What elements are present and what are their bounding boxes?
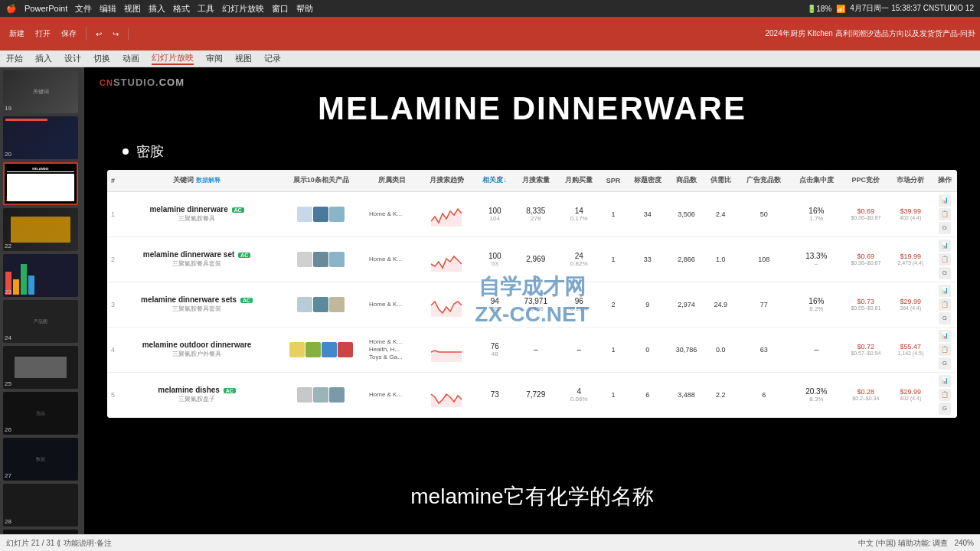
action-google-icon[interactable]: G	[939, 267, 951, 279]
action-chart-icon[interactable]: 📊	[939, 285, 951, 297]
status-zoom: 240%	[954, 539, 974, 547]
action-google-icon[interactable]: G	[939, 312, 951, 324]
cell-products: 2,974	[669, 282, 704, 327]
slide-thumb-25[interactable]: 25	[3, 346, 78, 389]
slide-thumb-28[interactable]: 28	[3, 484, 78, 527]
ribbon-view[interactable]: 视图	[235, 53, 252, 64]
cell-relevance: 100 104	[475, 191, 514, 236]
col-spr: SPR	[600, 170, 626, 191]
menu-tools[interactable]: 工具	[198, 3, 214, 15]
slide-thumb-22[interactable]: 22	[3, 208, 78, 251]
data-table: # 关键词 数据解释 展示10条相关产品 所属类目 月搜索趋势 相关度↓ 月搜索…	[107, 170, 957, 418]
cell-action[interactable]: 📊 📋 G	[933, 327, 957, 372]
col-category: 所属类目	[367, 170, 418, 191]
slide-canvas: CNSTUDIO.COM MELAMINE DINNERWARE 密胺 # 关键…	[84, 67, 980, 534]
status-slide-info: 幻灯片 21 / 31 ⟪ 功能说明·备注	[6, 538, 112, 549]
slide-thumb-27[interactable]: 数据 27	[3, 438, 78, 481]
action-copy-icon[interactable]: 📋	[939, 344, 951, 356]
slide-thumb-23[interactable]: 23	[3, 254, 78, 297]
cell-action[interactable]: 📊 📋 G	[933, 191, 957, 236]
cell-category: Home & K...	[367, 282, 418, 327]
toolbar-new[interactable]: 新建	[5, 27, 29, 41]
menu-slideshow[interactable]: 幻灯片放映	[222, 3, 264, 15]
cell-relevance: 100 63	[475, 236, 514, 282]
table-row: 2 melamine dinnerware set AC 三聚氰胺餐具套装 Ho…	[107, 236, 957, 282]
menu-help[interactable]: 帮助	[296, 3, 313, 15]
menu-format[interactable]: 格式	[173, 3, 190, 15]
cell-num: 2	[107, 236, 119, 282]
action-google-icon[interactable]: G	[939, 403, 951, 415]
slide-thumb-26[interactable]: 选品 26	[3, 392, 78, 435]
slide-thumb-19[interactable]: 关键词 19	[3, 70, 78, 113]
col-relevance[interactable]: 相关度↓	[475, 170, 514, 191]
cell-title-density: 9	[626, 282, 669, 327]
cell-spr: 1	[600, 372, 626, 417]
cell-action[interactable]: 📊 📋 G	[933, 372, 957, 417]
cell-ppc: $0.69 $0.36–$0.87	[843, 191, 889, 236]
slide-thumb-21[interactable]: MELAMINE 21	[3, 162, 78, 205]
ribbon-slideshow[interactable]: 幻灯片放映	[152, 52, 194, 65]
action-google-icon[interactable]: G	[939, 222, 951, 234]
ribbon-record[interactable]: 记录	[264, 53, 281, 64]
toolbar-undo[interactable]: ↩	[91, 28, 106, 40]
slide-thumb-24[interactable]: 产品图 24	[3, 300, 78, 343]
cell-ppc: $0.72 $0.57–$0.94	[843, 327, 889, 372]
toolbar-redo[interactable]: ↪	[108, 28, 123, 40]
cell-action[interactable]: 📊 📋 G	[933, 282, 957, 327]
col-monthly-search: 月搜索量	[514, 170, 557, 191]
slide-thumb-29[interactable]: 酒品 29	[3, 530, 78, 534]
ribbon-insert[interactable]: 插入	[35, 53, 52, 64]
table-row: 5 melamine dishes AC 三聚氰胺盘子 Home & K... …	[107, 372, 957, 417]
ribbon-review[interactable]: 审阅	[206, 53, 223, 64]
action-google-icon[interactable]: G	[939, 357, 951, 370]
cell-trend	[418, 327, 475, 372]
action-chart-icon[interactable]: 📊	[939, 240, 951, 252]
cell-thumbs	[275, 372, 367, 417]
slide-content: CNSTUDIO.COM MELAMINE DINNERWARE 密胺 # 关键…	[84, 67, 980, 534]
apple-menu[interactable]: 🍎	[6, 4, 17, 14]
menu-file[interactable]: 文件	[75, 3, 92, 15]
col-keyword[interactable]: 关键词 数据解释	[119, 170, 275, 191]
cell-trend	[418, 236, 475, 282]
cell-num: 5	[107, 372, 119, 417]
cell-category: Home & K...Health, H...Toys & Ga...	[367, 327, 418, 372]
menu-insert[interactable]: 插入	[149, 3, 165, 15]
cell-num: 3	[107, 282, 119, 327]
cell-monthly-search: 2,969	[514, 236, 557, 282]
cell-thumbs	[275, 282, 367, 327]
cell-action[interactable]: 📊 📋 G	[933, 236, 957, 282]
cell-keyword: melamine dishes AC 三聚氰胺盘子	[119, 372, 275, 417]
menu-edit[interactable]: 编辑	[100, 3, 116, 15]
logo-cn: CN	[100, 78, 113, 87]
slide-thumb-20[interactable]: 20	[3, 116, 78, 159]
ppt-ribbon: 开始 插入 设计 切换 动画 幻灯片放映 审阅 视图 记录	[0, 51, 980, 67]
action-chart-icon[interactable]: 📊	[939, 330, 951, 342]
status-right: 中文 (中国) 辅助功能: 调查 240%	[858, 538, 974, 549]
ribbon-animation[interactable]: 动画	[122, 53, 139, 64]
toolbar-section-home: 新建 打开 保存	[5, 27, 87, 41]
cell-products: 2,866	[669, 236, 704, 282]
cell-thumbs	[275, 191, 367, 236]
app-name[interactable]: PowerPoint	[24, 4, 67, 13]
action-copy-icon[interactable]: 📋	[939, 298, 951, 311]
cell-ad: 6	[737, 372, 790, 417]
ribbon-transition[interactable]: 切换	[93, 53, 110, 64]
status-lang: 中文 (中国) 辅助功能: 调查	[858, 538, 949, 549]
action-chart-icon[interactable]: 📊	[939, 375, 951, 387]
ribbon-home[interactable]: 开始	[6, 53, 23, 64]
slide-title: MELAMINE DINNERWARE	[107, 90, 957, 127]
action-copy-icon[interactable]: 📋	[939, 253, 951, 266]
ribbon-design[interactable]: 设计	[64, 53, 81, 64]
cell-ad: 63	[737, 327, 790, 372]
action-copy-icon[interactable]: 📋	[939, 208, 951, 220]
cell-title-density: 34	[626, 191, 669, 236]
cell-thumbs	[275, 327, 367, 372]
table-row: 4 melamine outdoor dinnerware 三聚氰胺户外餐具 H…	[107, 327, 957, 372]
toolbar-open[interactable]: 打开	[31, 27, 55, 41]
cell-ppc: $0.28 $0.2–$0.34	[843, 372, 889, 417]
action-copy-icon[interactable]: 📋	[939, 389, 951, 401]
menu-view[interactable]: 视图	[124, 3, 141, 15]
menu-window[interactable]: 窗口	[272, 3, 289, 15]
toolbar-save[interactable]: 保存	[57, 27, 81, 41]
action-chart-icon[interactable]: 📊	[939, 194, 951, 207]
